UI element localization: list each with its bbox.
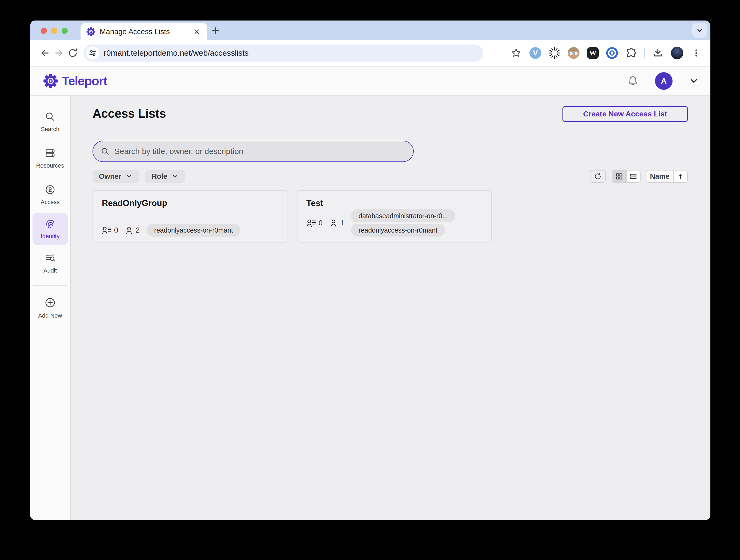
browser-menu-icon[interactable] <box>690 47 703 59</box>
list-view-button[interactable] <box>626 171 640 182</box>
role-pill: readonlyaccess-on-r0mant <box>351 224 445 237</box>
card-footer: 0 2 <box>102 224 278 237</box>
teleport-gear-icon <box>43 74 58 89</box>
brand-name: Teleport <box>62 74 107 88</box>
forward-icon[interactable] <box>52 46 66 60</box>
header-right: A <box>627 72 699 90</box>
view-controls: Name <box>590 170 688 183</box>
role-pill: databaseadministrator-on-r0... <box>351 209 455 222</box>
members-stat: 1 <box>330 219 344 227</box>
sidebar-item-search[interactable]: Search <box>30 103 70 140</box>
role-pills: databaseadministrator-on-r0... readonlya… <box>351 209 455 237</box>
layout-toggle <box>612 170 641 183</box>
teleport-app: Teleport A <box>30 67 711 520</box>
user-avatar[interactable]: A <box>655 72 672 90</box>
access-list-card[interactable]: ReadOnlyGroup <box>92 190 287 242</box>
search-icon <box>44 111 56 123</box>
browser-toolbar: r0mant.teleportdemo.net/web/accesslists … <box>30 40 711 67</box>
members-stat: 2 <box>125 226 140 234</box>
role-filter-dropdown[interactable]: Role <box>145 170 185 183</box>
role-pills: readonlyaccess-on-r0mant <box>147 224 241 237</box>
close-window-button[interactable] <box>41 28 47 34</box>
keyhole-icon <box>44 184 56 196</box>
create-access-list-button[interactable]: Create New Access List <box>562 106 688 122</box>
sidebar-item-add-new[interactable]: Add New <box>30 289 70 326</box>
teleport-logo[interactable]: Teleport <box>43 74 107 89</box>
notifications-bell-icon[interactable] <box>627 75 639 87</box>
site-settings-icon[interactable] <box>86 46 99 60</box>
nested-lists-stat: 0 <box>102 226 118 234</box>
back-icon[interactable] <box>38 46 52 60</box>
teleport-favicon-icon <box>86 27 95 36</box>
url-bar[interactable]: r0mant.teleportdemo.net/web/accesslists <box>83 44 483 62</box>
zoom-window-button[interactable] <box>62 28 68 34</box>
role-pill: readonlyaccess-on-r0mant <box>147 224 241 237</box>
vimium-extension-icon[interactable]: V <box>529 47 541 59</box>
access-list-title: ReadOnlyGroup <box>102 198 278 208</box>
access-list-card[interactable]: Test <box>297 190 492 242</box>
screen: Manage Access Lists <box>0 0 740 560</box>
plus-circle-icon <box>44 296 57 309</box>
wikipedia-extension-icon[interactable]: W <box>587 47 599 59</box>
bookmark-star-icon[interactable] <box>510 47 522 59</box>
tab-search-chevron-button[interactable] <box>692 23 707 37</box>
spinner-extension-icon[interactable] <box>548 47 561 59</box>
toolbar-right: V <box>510 47 703 59</box>
refresh-button[interactable] <box>590 170 606 183</box>
sidebar-item-access[interactable]: Access <box>30 177 70 213</box>
user-icon <box>125 226 133 234</box>
chevron-down-icon <box>172 173 179 180</box>
sidebar-item-identity[interactable]: Identity <box>32 213 68 245</box>
tab-close-icon[interactable] <box>192 27 201 36</box>
downloads-icon[interactable] <box>652 47 664 59</box>
nested-lists-stat: 0 <box>306 219 322 227</box>
chevron-down-icon <box>125 173 132 180</box>
app-body: Search Resources <box>30 96 711 520</box>
reload-icon[interactable] <box>66 46 80 60</box>
extensions-puzzle-icon[interactable] <box>625 47 637 59</box>
onepassword-extension-icon[interactable] <box>606 47 618 59</box>
access-list-title: Test <box>306 198 482 208</box>
title-row: Access Lists Create New Access List <box>92 106 688 122</box>
sort-direction-button[interactable] <box>673 171 687 182</box>
browser-tab[interactable]: Manage Access Lists <box>81 23 207 40</box>
sort-by-name-button[interactable]: Name <box>646 171 673 182</box>
fingerprint-icon <box>44 218 56 230</box>
user-icon <box>330 219 338 227</box>
owner-filter-dropdown[interactable]: Owner <box>92 170 139 183</box>
avatar-face-extension-icon[interactable] <box>567 47 580 59</box>
profile-avatar-image[interactable] <box>671 47 683 59</box>
minimize-window-button[interactable] <box>51 28 57 34</box>
search-bar[interactable] <box>92 141 414 162</box>
filter-row: Owner Role <box>92 170 688 183</box>
card-footer: 0 1 <box>306 209 482 237</box>
servers-icon <box>44 147 56 159</box>
sidebar-item-audit[interactable]: Audit <box>30 245 70 281</box>
app-header: Teleport A <box>30 67 711 96</box>
page-title: Access Lists <box>92 106 166 121</box>
sidebar-divider <box>33 285 67 286</box>
sidebar-item-resources[interactable]: Resources <box>30 140 70 177</box>
new-tab-button[interactable] <box>210 25 221 36</box>
traffic-lights <box>41 28 68 34</box>
sidebar: Search Resources <box>30 96 71 520</box>
tab-title: Manage Access Lists <box>100 27 188 36</box>
sort-control: Name <box>646 170 688 183</box>
browser-window: Manage Access Lists <box>30 20 711 520</box>
search-input-icon <box>100 147 109 156</box>
tab-strip: Manage Access Lists <box>30 20 711 40</box>
toolbar-separator <box>644 48 645 59</box>
audit-log-icon <box>44 252 56 264</box>
search-input[interactable] <box>114 147 406 156</box>
url-text[interactable]: r0mant.teleportdemo.net/web/accesslists <box>104 48 249 58</box>
member-list-icon <box>306 219 316 227</box>
access-list-cards: ReadOnlyGroup <box>92 190 688 242</box>
main-content: Access Lists Create New Access List <box>71 96 711 520</box>
grid-view-button[interactable] <box>612 171 626 182</box>
user-menu-chevron-icon[interactable] <box>688 76 699 86</box>
member-list-icon <box>102 226 111 234</box>
